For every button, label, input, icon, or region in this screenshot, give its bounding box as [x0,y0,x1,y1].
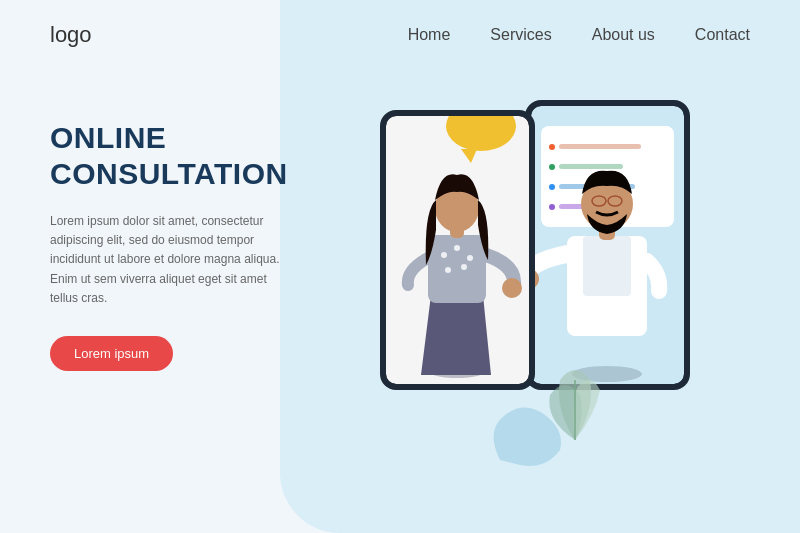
nav-home[interactable]: Home [408,26,451,44]
decorative-leaves [535,350,615,450]
description-text: Lorem ipsum dolor sit amet, consectetur … [50,212,290,308]
svg-point-4 [467,255,473,261]
logo: logo [50,22,92,48]
main-content: ONLINE CONSULTATION Lorem ipsum dolor si… [0,70,800,533]
nav-about[interactable]: About us [592,26,655,44]
svg-point-5 [445,267,451,273]
svg-point-7 [502,278,522,298]
svg-point-3 [454,245,460,251]
svg-point-6 [461,264,467,270]
phone-doctor-screen [531,106,684,384]
headline-line2: CONSULTATION [50,157,288,190]
left-content: ONLINE CONSULTATION Lorem ipsum dolor si… [50,90,330,371]
svg-point-2 [441,252,447,258]
svg-rect-12 [583,236,631,296]
navigation: Home Services About us Contact [408,26,750,44]
phone-doctor [525,100,690,390]
hero-illustration [350,90,750,510]
phone-patient [380,110,535,390]
headline: ONLINE CONSULTATION [50,120,330,192]
patient-figure-svg [386,110,529,384]
nav-services[interactable]: Services [490,26,551,44]
headline-line1: ONLINE [50,121,166,154]
header: logo Home Services About us Contact [0,0,800,70]
nav-contact[interactable]: Contact [695,26,750,44]
page-wrapper: logo Home Services About us Contact ONLI… [0,0,800,533]
phone-patient-screen [386,116,529,384]
cta-button[interactable]: Lorem ipsum [50,336,173,371]
doctor-figure-svg [531,106,684,384]
